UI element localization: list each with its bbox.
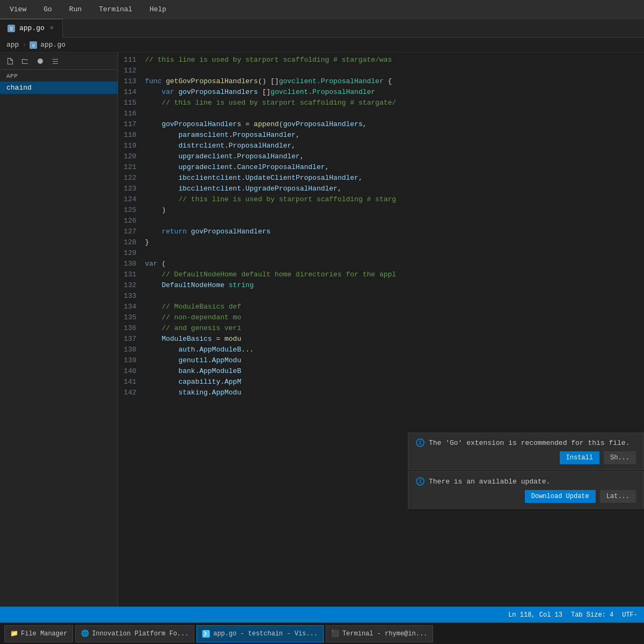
- table-row: 129: [118, 248, 644, 259]
- table-row: 120 upgradeclient.ProposalHandler,: [118, 151, 644, 162]
- show-button[interactable]: Sh...: [604, 451, 636, 464]
- sidebar-section-label: app: [0, 70, 118, 82]
- tab-label: app.go: [19, 24, 45, 32]
- table-row: 135 // non-dependant mo: [118, 312, 644, 323]
- breadcrumb-go-icon: g: [30, 41, 37, 49]
- taskbar-app-go[interactable]: app.go - testchain - Vis...: [196, 625, 323, 642]
- main-layout: app chaind 111 // this line is used by s…: [0, 53, 644, 606]
- table-row: 117 govProposalHandlers = append(govProp…: [118, 119, 644, 130]
- go-extension-message: The 'Go' extension is recommended for th…: [429, 439, 630, 447]
- table-row: 114 var govProposalHandlers []govclient.…: [118, 87, 644, 98]
- menu-item-terminal[interactable]: Terminal: [96, 3, 135, 16]
- editor-area[interactable]: 111 // this line is used by starport sca…: [118, 53, 644, 606]
- terminal-icon: ⬛: [332, 630, 339, 638]
- table-row: 111 // this line is used by starport sca…: [118, 55, 644, 65]
- menu-item-go[interactable]: Go: [40, 3, 55, 16]
- table-row: 132 DefaultNodeHome string: [118, 280, 644, 291]
- update-info-icon: i: [416, 477, 425, 486]
- code-lines: 111 // this line is used by starport sca…: [118, 53, 644, 398]
- taskbar-innovation-platform[interactable]: 🌐 Innovation Platform Fo...: [75, 625, 194, 642]
- tab-close-button[interactable]: ×: [49, 24, 55, 33]
- table-row: 121 upgradeclient.CancelProposalHandler,: [118, 162, 644, 173]
- breadcrumb: app › g app.go: [0, 38, 644, 53]
- status-bar: Ln 118, Col 13 Tab Size: 4 UTF-: [0, 606, 644, 623]
- new-folder-button[interactable]: [19, 55, 31, 67]
- refresh-button[interactable]: [34, 55, 46, 67]
- menu-item-help[interactable]: Help: [147, 3, 170, 16]
- sidebar: app chaind: [0, 53, 118, 606]
- breadcrumb-separator: ›: [22, 41, 26, 49]
- table-row: 128 }: [118, 237, 644, 248]
- table-row: 118 paramsclient.ProposalHandler,: [118, 130, 644, 141]
- taskbar-file-manager[interactable]: 📁 File Manager: [4, 625, 73, 642]
- tab-bar: g app.go ×: [0, 19, 644, 38]
- table-row: 123 ibcclientclient.UpgradeProposalHandl…: [118, 184, 644, 194]
- sidebar-item-chaind[interactable]: chaind: [0, 82, 118, 94]
- table-row: 139 genutil.AppModu: [118, 355, 644, 366]
- taskbar-appgo-label: app.go - testchain - Vis...: [213, 630, 317, 638]
- table-row: 127 return govProposalHandlers: [118, 226, 644, 237]
- table-row: 130 var (: [118, 259, 644, 269]
- collapse-all-button[interactable]: [49, 55, 61, 67]
- download-update-button[interactable]: Download Update: [525, 490, 596, 503]
- table-row: 131 // DefaultNodeHome default home dire…: [118, 269, 644, 280]
- vscode-icon: [202, 630, 210, 638]
- table-row: 112: [118, 65, 644, 76]
- taskbar: 📁 File Manager 🌐 Innovation Platform Fo.…: [0, 623, 644, 644]
- status-bar-right: Ln 118, Col 13 Tab Size: 4 UTF-: [508, 611, 638, 619]
- menu-bar: View Go Run Terminal Help: [0, 0, 644, 19]
- table-row: 137 ModuleBasics = modu: [118, 334, 644, 345]
- table-row: 126: [118, 216, 644, 226]
- go-extension-notification: i The 'Go' extension is recommended for …: [408, 433, 644, 470]
- table-row: 116: [118, 108, 644, 119]
- taskbar-file-manager-label: File Manager: [21, 630, 67, 638]
- new-file-button[interactable]: [4, 55, 16, 67]
- install-button[interactable]: Install: [560, 451, 599, 464]
- table-row: 125 ): [118, 205, 644, 216]
- table-row: 122 ibcclientclient.UpdateClientProposal…: [118, 173, 644, 184]
- go-file-icon: g: [8, 25, 15, 32]
- update-message: There is an available update.: [429, 478, 550, 486]
- taskbar-terminal-label: Terminal - rhyme@in...: [342, 630, 427, 638]
- file-manager-icon: 📁: [10, 630, 18, 638]
- table-row: 115 // this line is used by starport sca…: [118, 98, 644, 108]
- table-row: 133: [118, 291, 644, 302]
- taskbar-terminal[interactable]: ⬛ Terminal - rhyme@in...: [326, 625, 433, 642]
- breadcrumb-app[interactable]: app: [6, 41, 19, 49]
- menu-item-view[interactable]: View: [6, 3, 30, 16]
- cursor-position[interactable]: Ln 118, Col 13: [508, 611, 562, 619]
- table-row: 141 capability.AppM: [118, 377, 644, 387]
- menu-item-run[interactable]: Run: [66, 3, 85, 16]
- later-button[interactable]: Lat...: [600, 490, 636, 503]
- table-row: 113 func getGovProposalHandlers() []govc…: [118, 76, 644, 87]
- taskbar-innovation-label: Innovation Platform Fo...: [92, 630, 188, 638]
- table-row: 140 bank.AppModuleB: [118, 366, 644, 377]
- table-row: 142 staking.AppModu: [118, 387, 644, 398]
- table-row: 134 // ModuleBasics def: [118, 302, 644, 312]
- table-row: 124 // this line is used by starport sca…: [118, 194, 644, 205]
- breadcrumb-file[interactable]: app.go: [40, 41, 65, 49]
- table-row: 119 distrclient.ProposalHandler,: [118, 141, 644, 151]
- tab-app-go[interactable]: g app.go ×: [0, 19, 63, 38]
- table-row: 138 auth.AppModuleB...: [118, 345, 644, 355]
- browser-icon: 🌐: [81, 630, 89, 638]
- notification-container: i The 'Go' extension is recommended for …: [408, 433, 644, 510]
- tab-size[interactable]: Tab Size: 4: [571, 611, 613, 619]
- sidebar-toolbar: [0, 53, 118, 70]
- info-icon: i: [416, 438, 425, 447]
- encoding[interactable]: UTF-: [622, 611, 638, 619]
- update-notification: i There is an available update. Download…: [408, 471, 644, 509]
- table-row: 136 // and genesis veri: [118, 323, 644, 334]
- code-editor[interactable]: 111 // this line is used by starport sca…: [118, 53, 644, 606]
